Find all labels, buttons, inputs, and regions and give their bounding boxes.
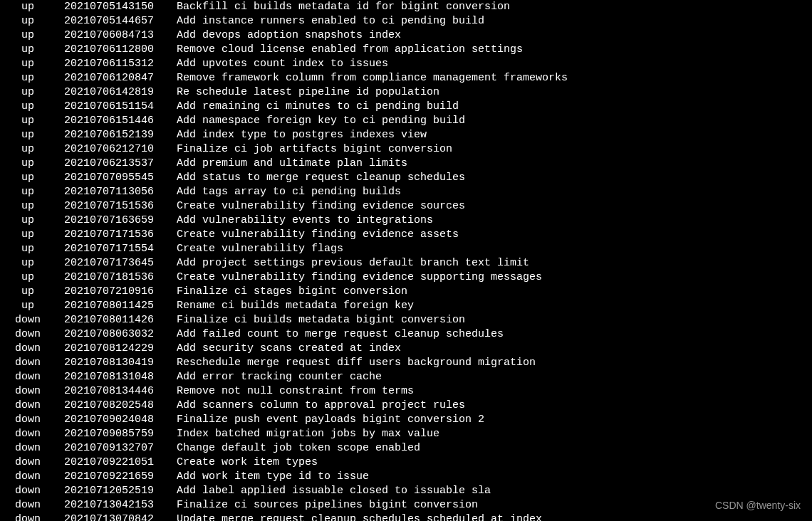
- migration-description: Change default job token scope enabled: [177, 441, 812, 456]
- migration-status: down: [0, 456, 64, 470]
- csdn-watermark: CSDN @twenty-six: [715, 498, 801, 512]
- migration-description: Create vulnerability finding evidence su…: [177, 270, 812, 285]
- migration-row: up20210707181536Create vulnerability fin…: [0, 270, 812, 285]
- migration-version: 20210706084713: [64, 28, 177, 43]
- migration-status: up: [0, 185, 64, 199]
- migration-row: up20210707171554Create vulnerability fla…: [0, 242, 812, 256]
- migration-status: up: [0, 85, 64, 100]
- migration-status: up: [0, 43, 64, 57]
- migration-version: 20210705144657: [64, 14, 177, 28]
- migration-description: Create vulnerability finding evidence so…: [177, 199, 812, 214]
- migration-row: up20210706213537Add premium and ultimate…: [0, 157, 812, 171]
- migration-status: down: [0, 370, 64, 384]
- migration-row: up20210705143150Backfill ci builds metad…: [0, 0, 812, 14]
- migration-row: up20210707113056Add tags array to ci pen…: [0, 185, 812, 199]
- migration-row: down20210709085759Index batched migratio…: [0, 427, 812, 441]
- migration-description: Index batched migration jobs by max valu…: [177, 427, 812, 441]
- migration-description: Remove framework column from compliance …: [177, 71, 812, 85]
- migration-version: 20210705143150: [64, 0, 177, 14]
- migration-description: Finalize ci stages bigint conversion: [177, 285, 812, 299]
- migration-row: down20210708063032Add failed count to me…: [0, 327, 812, 342]
- migration-description: Rename ci builds metadata foreign key: [177, 299, 812, 313]
- migration-status: up: [0, 299, 64, 313]
- migration-version: 20210709221659: [64, 470, 177, 484]
- migration-description: Add work item type id to issue: [177, 470, 812, 484]
- migration-version: 20210706152139: [64, 128, 177, 142]
- migration-status: up: [0, 114, 64, 128]
- migration-row: up20210708011425Rename ci builds metadat…: [0, 299, 812, 313]
- migration-version: 20210707113056: [64, 185, 177, 199]
- migration-version: 20210706142819: [64, 85, 177, 100]
- migration-row: up20210707095545Add status to merge requ…: [0, 171, 812, 185]
- migration-version: 20210709085759: [64, 427, 177, 441]
- migration-version: 20210709024048: [64, 413, 177, 427]
- migration-row: down20210709221659Add work item type id …: [0, 470, 812, 484]
- migration-version: 20210709221051: [64, 456, 177, 470]
- migration-row: down20210708124229Add security scans cre…: [0, 342, 812, 356]
- migration-row: up20210706152139Add index type to postgr…: [0, 128, 812, 142]
- migration-status: up: [0, 128, 64, 142]
- migration-row: down20210708130419Reschedule merge reque…: [0, 356, 812, 370]
- migration-status: down: [0, 399, 64, 413]
- migration-version: 20210708011425: [64, 299, 177, 313]
- migration-status: down: [0, 498, 64, 512]
- migration-description: Add vulnerability events to integrations: [177, 214, 812, 228]
- migration-row: up20210706212710Finalize ci job artifact…: [0, 142, 812, 157]
- migration-status: up: [0, 242, 64, 256]
- migration-version: 20210713042153: [64, 498, 177, 512]
- migration-description: Add remaining ci minutes to ci pending b…: [177, 100, 812, 114]
- migration-status: up: [0, 0, 64, 14]
- migration-row: up20210707171536Create vulnerability fin…: [0, 228, 812, 242]
- migration-version: 20210706213537: [64, 157, 177, 171]
- migration-description: Add status to merge request cleanup sche…: [177, 171, 812, 185]
- migration-description: Add security scans created at index: [177, 342, 812, 356]
- migration-version: 20210707173645: [64, 256, 177, 270]
- migration-description: Create vulnerability finding evidence as…: [177, 228, 812, 242]
- migration-version: 20210706212710: [64, 142, 177, 157]
- migration-status: up: [0, 157, 64, 171]
- migration-row: up20210707163659Add vulnerability events…: [0, 214, 812, 228]
- migration-row: down20210709024048Finalize push event pa…: [0, 413, 812, 427]
- migration-status: down: [0, 327, 64, 342]
- migration-row: down20210708011426Finalize ci builds met…: [0, 313, 812, 327]
- migration-status: down: [0, 342, 64, 356]
- migration-version: 20210707171536: [64, 228, 177, 242]
- migration-status: down: [0, 484, 64, 498]
- migration-version: 20210706151446: [64, 114, 177, 128]
- migration-row: up20210706115312Add upvotes count index …: [0, 57, 812, 71]
- migration-row: up20210707151536Create vulnerability fin…: [0, 199, 812, 214]
- migration-version: 20210708134446: [64, 384, 177, 399]
- migration-status: down: [0, 384, 64, 399]
- migration-version: 20210708131048: [64, 370, 177, 384]
- migration-status: down: [0, 512, 64, 521]
- migration-version: 20210707151536: [64, 199, 177, 214]
- migration-row: down20210713070842Update merge request c…: [0, 512, 812, 521]
- migration-description: Reschedule merge request diff users back…: [177, 356, 812, 370]
- migration-description: Add failed count to merge request cleanu…: [177, 327, 812, 342]
- migration-status: down: [0, 413, 64, 427]
- migration-status: up: [0, 28, 64, 43]
- migration-description: Remove cloud license enabled from applic…: [177, 43, 812, 57]
- migration-description: Backfill ci builds metadata id for bigin…: [177, 0, 812, 14]
- migration-status: up: [0, 71, 64, 85]
- migration-status: up: [0, 270, 64, 285]
- migration-description: Create work item types: [177, 456, 812, 470]
- migration-description: Finalize push event payloads bigint conv…: [177, 413, 812, 427]
- migration-version: 20210708011426: [64, 313, 177, 327]
- migration-version: 20210706151154: [64, 100, 177, 114]
- migration-description: Add upvotes count index to issues: [177, 57, 812, 71]
- migration-version: 20210712052519: [64, 484, 177, 498]
- migration-status: up: [0, 228, 64, 242]
- migration-description: Remove not null constraint from terms: [177, 384, 812, 399]
- migration-description: Update merge request cleanup schedules s…: [177, 512, 812, 521]
- migration-version: 20210706120847: [64, 71, 177, 85]
- migration-status-terminal: up20210705143150Backfill ci builds metad…: [0, 0, 812, 521]
- migration-description: Add premium and ultimate plan limits: [177, 157, 812, 171]
- migration-row: down20210712052519Add label applied issu…: [0, 484, 812, 498]
- migration-version: 20210708130419: [64, 356, 177, 370]
- migration-version: 20210707171554: [64, 242, 177, 256]
- migration-status: down: [0, 441, 64, 456]
- migration-row: up20210707210916Finalize ci stages bigin…: [0, 285, 812, 299]
- migration-row: down20210708134446Remove not null constr…: [0, 384, 812, 399]
- migration-row: down20210708202548Add scanners column to…: [0, 399, 812, 413]
